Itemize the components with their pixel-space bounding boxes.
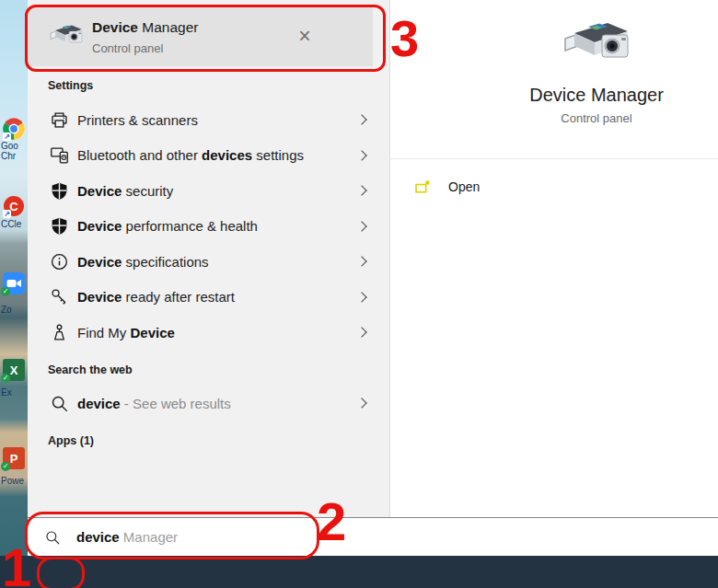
svg-text:P: P: [10, 452, 18, 466]
search-results-panel: Device Manager Control panel × Settings …: [28, 0, 389, 517]
close-icon[interactable]: ×: [293, 23, 317, 49]
search-icon: [48, 392, 70, 414]
excel-desktop-icon[interactable]: X ✓: [3, 359, 25, 381]
device-manager-icon-large: [563, 12, 633, 69]
search-input[interactable]: device Manager: [28, 517, 718, 556]
section-header-apps: Apps (1): [28, 421, 389, 457]
settings-item-bluetooth-devices[interactable]: Bluetooth and other devices settings: [28, 138, 389, 174]
chevron-right-icon: [356, 292, 366, 302]
preview-subtitle: Control panel: [458, 111, 718, 125]
key-icon: [48, 286, 70, 308]
chevron-right-icon: [356, 257, 366, 267]
sync-check-icon: ✓: [1, 287, 10, 296]
settings-item-device-security[interactable]: Device security: [28, 173, 389, 209]
desktop-background: ↗ GooChr C ↗ CCle ✓ Zo X: [0, 0, 28, 556]
settings-item-find-my-device[interactable]: Find My Device: [28, 315, 389, 351]
section-header-settings: Settings: [28, 66, 389, 102]
excel-desktop-label: Ex: [1, 387, 28, 398]
svg-text:X: X: [10, 363, 18, 377]
chevron-right-icon: [356, 150, 366, 160]
settings-item-printers-scanners[interactable]: Printers & scanners: [28, 102, 389, 138]
info-icon: [48, 250, 70, 272]
shield-icon: [48, 179, 70, 202]
chevron-right-icon: [356, 398, 366, 409]
zoom-desktop-icon[interactable]: ✓: [3, 272, 25, 294]
ccleaner-desktop-label: CCle: [1, 219, 28, 229]
shield-icon: [48, 215, 70, 237]
sync-check-icon: ✓: [1, 462, 10, 471]
shortcut-arrow-icon: ↗: [3, 133, 11, 141]
chevron-right-icon: [356, 115, 366, 125]
settings-item-device-specifications[interactable]: Device specifications: [28, 244, 389, 280]
chrome-desktop-icon[interactable]: ↗: [3, 118, 25, 140]
best-match-subtitle: Control panel: [92, 41, 163, 55]
devices-icon: [48, 144, 70, 167]
open-action[interactable]: Open: [414, 179, 480, 195]
web-search-result[interactable]: device - See web results: [28, 386, 389, 421]
open-icon: [414, 179, 431, 195]
search-typed-text: device: [76, 529, 120, 545]
powerpoint-desktop-label: Powe: [1, 476, 28, 486]
chevron-right-icon: [356, 186, 366, 196]
preview-title: Device Manager: [458, 85, 718, 106]
sync-check-icon: ✓: [1, 374, 10, 383]
settings-item-device-ready-after-restart[interactable]: Device ready after restart: [28, 280, 389, 316]
chevron-right-icon: [356, 221, 366, 231]
powerpoint-desktop-icon[interactable]: P ✓: [3, 447, 25, 469]
preview-panel: [389, 0, 718, 517]
ccleaner-desktop-icon[interactable]: C ↗: [3, 195, 25, 217]
find-device-pin-icon: [48, 321, 70, 343]
best-match-result[interactable]: Device Manager Control panel ×: [28, 7, 373, 66]
open-label: Open: [448, 179, 480, 194]
windows-search-screen: ↗ GooChr C ↗ CCle ✓ Zo X: [0, 0, 718, 588]
results-list: Settings Printers & scanners: [28, 66, 389, 456]
search-icon: [44, 529, 61, 546]
taskbar: W Ps LINE: [0, 556, 718, 588]
shortcut-arrow-icon: ↗: [3, 210, 11, 218]
section-header-search-the-web: Search the web: [28, 351, 389, 386]
device-manager-icon: [50, 19, 85, 49]
preview-divider: [390, 158, 718, 159]
zoom-desktop-label: Zo: [1, 305, 28, 315]
settings-item-device-performance[interactable]: Device performance & health: [28, 209, 389, 245]
printer-icon: [48, 109, 70, 131]
chrome-desktop-label: GooChr: [1, 141, 28, 161]
chevron-right-icon: [356, 328, 366, 338]
search-suggestion-text: Manager: [120, 529, 178, 545]
best-match-title: Device Manager: [92, 19, 198, 36]
